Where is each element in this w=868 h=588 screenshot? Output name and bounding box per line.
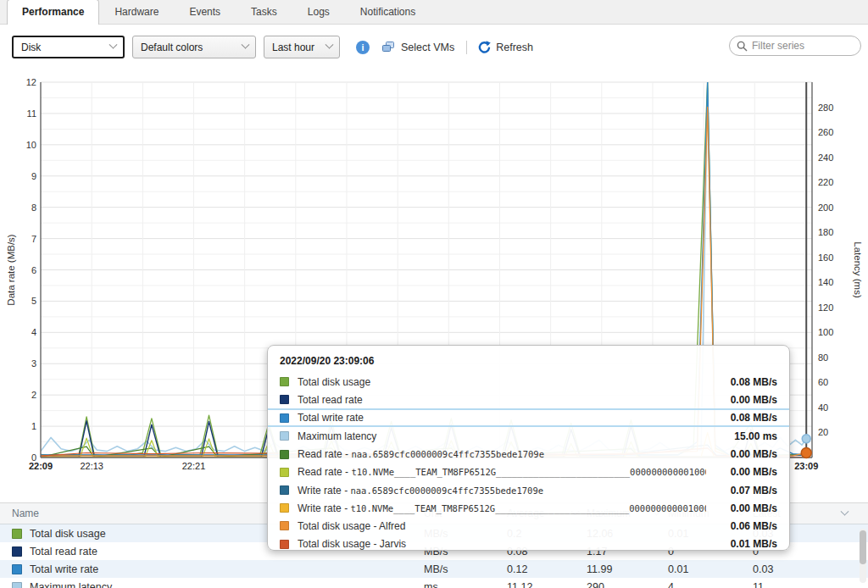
svg-text:12: 12 [26,77,36,87]
range-select-value: Last hour [272,42,314,53]
svg-text:8: 8 [31,202,36,213]
colors-select[interactable]: Default colors [132,36,256,58]
series-color-swatch [280,377,289,386]
vm-stack-icon [381,41,396,53]
svg-text:9: 9 [31,171,36,181]
svg-text:Latency (ms): Latency (ms) [853,241,863,298]
svg-text:180: 180 [818,227,833,237]
tooltip-row: Total read rate 0.00 MB/s [268,391,789,408]
svg-text:160: 160 [818,252,833,263]
select-vms-button[interactable]: Select VMs [381,41,454,53]
tooltip-row: Write rate - t10.NVMe____TEAM_TM8FP6512G… [268,499,789,517]
tooltip-series-label: Read rate - t10.NVMe____TEAM_TM8FP6512G_… [298,466,706,478]
tooltip-series-label: Total write rate [298,412,706,424]
svg-text:20: 20 [818,427,828,437]
cell-latest: 11 [753,581,856,588]
svg-text:3: 3 [31,358,36,369]
chevron-down-icon [326,41,334,49]
tooltip-series-label: Total read rate [298,394,706,406]
filter-series-input[interactable] [752,40,852,52]
toolbar-separator [466,41,467,54]
tooltip-row: Read rate - t10.NVMe____TEAM_TM8FP6512G_… [268,463,789,481]
cell-latest: 0.03 [753,563,856,575]
svg-text:11: 11 [27,108,36,119]
chevron-down-icon [841,507,849,515]
svg-text:200: 200 [818,202,833,213]
tooltip-series-label: Read rate - naa.6589cfc0000009c4ffc7355b… [298,448,706,460]
cell-minimum: 0.01 [668,563,753,575]
svg-text:10: 10 [26,140,36,150]
svg-text:22:09: 22:09 [29,461,53,470]
series-color-swatch [280,468,289,477]
tooltip-series-label: Write rate - naa.6589cfc0000009c4ffc7355… [298,485,706,496]
svg-text:7: 7 [31,234,36,244]
svg-text:220: 220 [818,177,833,187]
svg-text:22:13: 22:13 [80,461,103,470]
colors-select-value: Default colors [141,42,203,53]
tooltip-row: Write rate - naa.6589cfc0000009c4ffc7355… [268,481,789,499]
tab-performance[interactable]: Performance [7,0,99,25]
series-color-swatch [280,540,289,549]
cell-average: 11.12 [507,581,587,588]
metric-select[interactable]: Disk [12,36,125,58]
svg-text:2: 2 [31,390,36,400]
svg-text:120: 120 [818,302,833,313]
tooltip-series-label: Total disk usage - Alfred [298,520,706,532]
tab-notifications[interactable]: Notifications [345,0,431,25]
tooltip-series-value: 0.00 MB/s [706,502,777,514]
tooltip-series-value: 0.06 MB/s [706,520,777,532]
select-vms-label: Select VMs [401,42,454,53]
cell-unit: MB/s [424,563,507,575]
svg-text:40: 40 [818,402,828,413]
search-icon [737,41,748,52]
series-color-swatch [280,431,289,441]
series-color-swatch [280,450,289,459]
chevron-down-icon [109,41,118,49]
svg-text:140: 140 [818,277,833,287]
svg-text:60: 60 [818,377,828,387]
tooltip-series-label: Maximum latency [298,430,706,442]
tab-tasks[interactable]: Tasks [236,0,292,25]
series-name: Total read rate [30,546,97,557]
series-color-swatch [12,529,22,539]
table-row[interactable]: Total write rate MB/s 0.12 11.99 0.01 0.… [0,560,868,578]
series-name: Maximum latency [30,581,112,588]
series-color-swatch [12,546,22,557]
scrollbar-thumb[interactable] [860,530,866,564]
tab-events[interactable]: Events [174,0,236,25]
refresh-icon [477,41,491,54]
tooltip-series-value: 0.00 MB/s [706,394,777,406]
info-icon[interactable]: i [356,41,370,54]
series-color-swatch [12,564,22,574]
tooltip-row: Maximum latency 15.00 ms [268,427,789,445]
svg-text:22:21: 22:21 [182,461,206,470]
svg-text:1: 1 [31,421,36,431]
svg-text:80: 80 [818,352,828,363]
toolbar: Disk Default colors Last hour i Select V… [0,25,868,68]
svg-text:280: 280 [818,103,833,113]
series-color-swatch [280,521,289,530]
range-select[interactable]: Last hour [264,36,340,58]
tab-logs[interactable]: Logs [292,0,345,25]
series-color-swatch [280,395,289,404]
cell-minimum: 4 [668,581,753,588]
metric-select-value: Disk [21,42,41,53]
filter-series-box[interactable] [729,36,861,56]
tooltip-timestamp: 2022/09/20 23:09:06 [280,353,777,369]
tooltip-row: Total write rate 0.08 MB/s [268,408,789,427]
svg-text:100: 100 [818,327,833,337]
tooltip-series-label: Total disk usage - Jarvis [298,538,706,550]
table-row[interactable]: Maximum latency ms 11.12 290 4 11 [0,578,868,588]
svg-text:5: 5 [31,296,36,306]
tab-hardware[interactable]: Hardware [99,0,174,25]
refresh-button[interactable]: Refresh [477,41,533,54]
tooltip-row: Read rate - naa.6589cfc0000009c4ffc7355b… [268,446,789,463]
tab-bar: PerformanceHardwareEventsTasksLogsNotifi… [0,0,868,25]
table-scrollbar[interactable] [860,529,866,583]
cell-maximum: 11.99 [587,563,668,575]
tooltip-row: Total disk usage 0.08 MB/s [268,373,789,391]
tooltip-series-value: 0.01 MB/s [706,538,777,550]
tooltip-series-value: 0.07 MB/s [706,485,777,496]
series-color-swatch [280,503,289,513]
svg-text:6: 6 [31,265,36,275]
